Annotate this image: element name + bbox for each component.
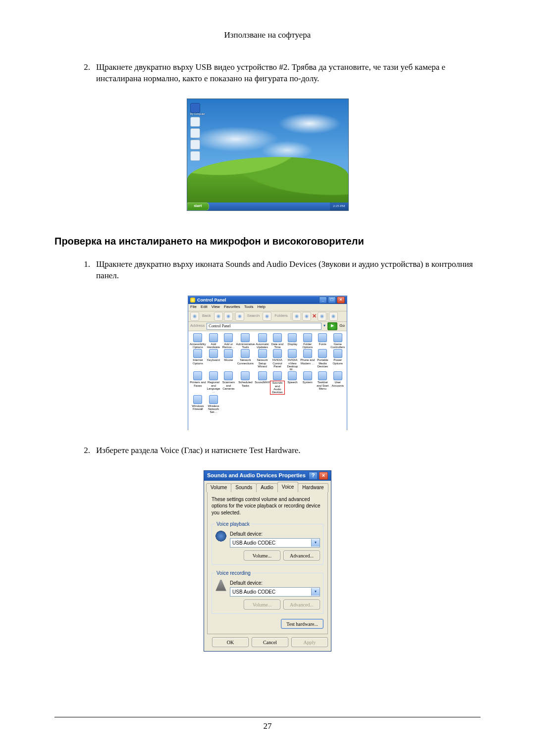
cp-item[interactable]: Accessibility Options	[190, 333, 206, 349]
cp-item-icon	[303, 333, 312, 342]
views-icon[interactable]	[329, 312, 338, 321]
tab-hardware[interactable]: Hardware	[298, 483, 328, 492]
cp-item[interactable]: Portable Media Devices	[315, 349, 330, 371]
cp-item[interactable]: SoundMAX	[255, 371, 269, 394]
dropdown-icon[interactable]: ▾	[311, 539, 320, 547]
up-button[interactable]	[224, 312, 233, 321]
close-button[interactable]: ×	[319, 472, 328, 480]
cp-item[interactable]: Regional and Language …	[206, 371, 221, 394]
cp-item[interactable]: Display	[285, 333, 300, 349]
cp-item[interactable]: Power Options	[330, 349, 345, 371]
cp-item[interactable]: Wireless Network Set…	[206, 395, 221, 414]
cp-item[interactable]: Phone and Modem …	[300, 349, 315, 371]
menu-file[interactable]: File	[190, 304, 197, 310]
menu-favorites[interactable]: Favorites	[224, 304, 240, 310]
search-icon[interactable]	[235, 312, 244, 321]
cp-item[interactable]: Date and Time	[270, 333, 285, 349]
minimize-button[interactable]: _	[319, 297, 327, 303]
forward-button[interactable]	[214, 312, 223, 321]
cp-item-icon	[333, 371, 342, 380]
menu-view[interactable]: View	[212, 304, 220, 310]
sounds-audio-dialog: Sounds and Audio Devices Properties ? × …	[204, 470, 331, 652]
go-button[interactable]: ▶	[327, 322, 337, 330]
control-panel-icon	[190, 298, 195, 302]
cp-item[interactable]: Mouse	[221, 349, 236, 371]
cp-item-label: Power Options	[330, 358, 345, 365]
help-button[interactable]: ?	[309, 472, 318, 480]
cp-item[interactable]: Taskbar and Start Menu	[315, 371, 330, 394]
maximize-button[interactable]: □	[328, 297, 336, 303]
cp-item-label: Regional and Language …	[206, 381, 221, 393]
address-dropdown-icon[interactable]: ▾	[323, 323, 325, 329]
step-a2: 2. Щракнете двукратно върху USB видео ус…	[54, 62, 481, 85]
address-input[interactable]	[207, 323, 321, 330]
cp-item[interactable]: Administrative Tools	[236, 333, 255, 349]
cp-item-icon	[241, 371, 250, 380]
menu-tools[interactable]: Tools	[244, 304, 254, 310]
test-hardware-button[interactable]: Test hardware...	[281, 619, 323, 629]
cp-item-icon	[273, 371, 282, 380]
cp-item-label: Printers and Faxes	[190, 381, 206, 387]
copy-to-icon[interactable]	[302, 312, 311, 321]
cancel-button[interactable]: Cancel	[252, 637, 288, 647]
cp-item[interactable]: Sounds and Audio Devices	[270, 371, 285, 394]
back-button[interactable]	[190, 312, 199, 321]
menu-bar[interactable]: File Edit View Favorites Tools Help	[188, 304, 347, 311]
playback-device-select[interactable]: USB Audio CODEC ▾	[230, 538, 320, 548]
undo-icon[interactable]	[318, 312, 326, 321]
cp-item[interactable]: System	[300, 371, 315, 394]
cp-item-icon	[209, 349, 218, 358]
close-button[interactable]: ×	[337, 297, 345, 303]
cp-item[interactable]: Internet Options	[190, 349, 206, 371]
step-a2-text: Щракнете двукратно върху USB видео устро…	[96, 62, 481, 85]
cp-item[interactable]: Network Connections	[236, 349, 255, 371]
desktop-icons: My Computer	[190, 103, 210, 161]
folders-icon[interactable]	[263, 312, 271, 321]
delete-icon[interactable]: ✕	[312, 312, 317, 320]
cp-item[interactable]: NVIDIA nView Desktop M…	[285, 349, 300, 371]
cp-item[interactable]: Keyboard	[206, 349, 221, 371]
cp-item-icon	[303, 349, 312, 358]
tab-sounds[interactable]: Sounds	[231, 483, 257, 492]
cp-item[interactable]: Scanners and Cameras	[221, 371, 236, 394]
cp-item-icon	[193, 395, 202, 404]
cp-item-label: Portable Media Devices	[315, 358, 330, 368]
folders-label: Folders	[272, 313, 290, 319]
tab-audio[interactable]: Audio	[256, 483, 278, 492]
cp-item-label: Automatic Updates	[255, 343, 269, 349]
cp-item[interactable]: Network Setup Wizard	[255, 349, 269, 371]
cp-item-icon	[193, 371, 202, 380]
playback-volume-button[interactable]: Volume...	[244, 551, 280, 560]
cp-item-label: Sounds and Audio Devices	[270, 381, 285, 394]
cp-item[interactable]: Scheduled Tasks	[236, 371, 255, 394]
cp-item[interactable]: Windows Firewall	[190, 395, 206, 414]
ok-button[interactable]: OK	[212, 637, 249, 647]
cp-item[interactable]: Add Hardware	[206, 333, 221, 349]
cp-item[interactable]: Folder Options	[300, 333, 315, 349]
move-to-icon[interactable]	[292, 312, 301, 321]
cp-item-icon	[288, 371, 297, 380]
tab-voice[interactable]: Voice	[277, 482, 298, 492]
cp-item-icon	[288, 349, 297, 358]
cp-item[interactable]: User Accounts	[330, 371, 345, 394]
cp-item[interactable]: Speech	[285, 371, 300, 394]
voice-playback-legend: Voice playback	[215, 521, 251, 528]
menu-edit[interactable]: Edit	[201, 304, 208, 310]
recording-device-select[interactable]: USB Audio CODEC ▾	[230, 587, 320, 597]
cp-item[interactable]: Printers and Faxes	[190, 371, 206, 394]
dropdown-icon[interactable]: ▾	[311, 588, 320, 596]
cp-item[interactable]: NVIDIA Control Panel	[270, 349, 285, 371]
start-button[interactable]: start	[187, 202, 209, 210]
tab-volume[interactable]: Volume	[206, 483, 231, 492]
cp-item[interactable]: Game Controllers	[330, 333, 345, 349]
step-b2: 2. Изберете раздела Voice (Глас) и натис…	[54, 445, 481, 456]
cp-item[interactable]: Automatic Updates	[255, 333, 269, 349]
menu-help[interactable]: Help	[257, 304, 265, 310]
cp-item-icon	[224, 371, 233, 380]
playback-advanced-button[interactable]: Advanced...	[283, 551, 320, 560]
cp-item[interactable]: Fonts	[315, 333, 330, 349]
cp-item-icon	[224, 333, 233, 342]
cp-item[interactable]: Add or Remov…	[221, 333, 236, 349]
step-b1-text: Щракнете двукратно върху иконата Sounds …	[96, 259, 481, 282]
cp-item-icon	[288, 333, 297, 342]
